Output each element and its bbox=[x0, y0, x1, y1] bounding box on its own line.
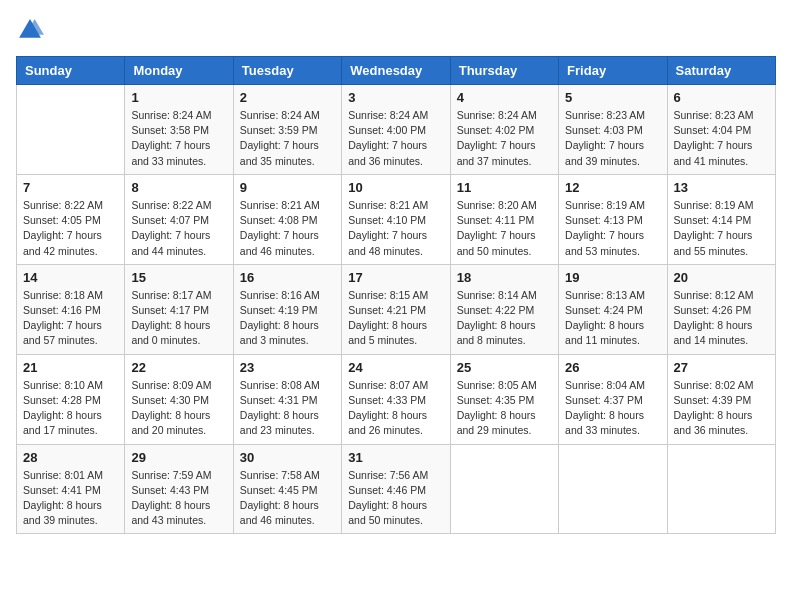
calendar-cell: 16Sunrise: 8:16 AMSunset: 4:19 PMDayligh… bbox=[233, 264, 341, 354]
day-number: 12 bbox=[565, 180, 660, 195]
calendar-cell: 21Sunrise: 8:10 AMSunset: 4:28 PMDayligh… bbox=[17, 354, 125, 444]
day-number: 14 bbox=[23, 270, 118, 285]
page-header bbox=[16, 16, 776, 44]
day-info: Sunrise: 8:05 AMSunset: 4:35 PMDaylight:… bbox=[457, 378, 552, 439]
day-number: 9 bbox=[240, 180, 335, 195]
day-info: Sunrise: 8:19 AMSunset: 4:14 PMDaylight:… bbox=[674, 198, 769, 259]
day-number: 19 bbox=[565, 270, 660, 285]
day-number: 25 bbox=[457, 360, 552, 375]
day-info: Sunrise: 8:24 AMSunset: 4:00 PMDaylight:… bbox=[348, 108, 443, 169]
col-header-monday: Monday bbox=[125, 57, 233, 85]
day-number: 4 bbox=[457, 90, 552, 105]
day-number: 27 bbox=[674, 360, 769, 375]
calendar-cell: 29Sunrise: 7:59 AMSunset: 4:43 PMDayligh… bbox=[125, 444, 233, 534]
logo bbox=[16, 16, 50, 44]
day-info: Sunrise: 8:17 AMSunset: 4:17 PMDaylight:… bbox=[131, 288, 226, 349]
day-info: Sunrise: 8:23 AMSunset: 4:03 PMDaylight:… bbox=[565, 108, 660, 169]
day-number: 13 bbox=[674, 180, 769, 195]
day-info: Sunrise: 8:16 AMSunset: 4:19 PMDaylight:… bbox=[240, 288, 335, 349]
day-number: 18 bbox=[457, 270, 552, 285]
calendar-cell: 5Sunrise: 8:23 AMSunset: 4:03 PMDaylight… bbox=[559, 85, 667, 175]
day-number: 29 bbox=[131, 450, 226, 465]
calendar-cell: 27Sunrise: 8:02 AMSunset: 4:39 PMDayligh… bbox=[667, 354, 775, 444]
calendar-cell: 23Sunrise: 8:08 AMSunset: 4:31 PMDayligh… bbox=[233, 354, 341, 444]
calendar-week-row: 7Sunrise: 8:22 AMSunset: 4:05 PMDaylight… bbox=[17, 174, 776, 264]
day-info: Sunrise: 8:07 AMSunset: 4:33 PMDaylight:… bbox=[348, 378, 443, 439]
day-number: 15 bbox=[131, 270, 226, 285]
calendar-cell: 12Sunrise: 8:19 AMSunset: 4:13 PMDayligh… bbox=[559, 174, 667, 264]
day-number: 30 bbox=[240, 450, 335, 465]
calendar-cell: 13Sunrise: 8:19 AMSunset: 4:14 PMDayligh… bbox=[667, 174, 775, 264]
calendar-cell: 10Sunrise: 8:21 AMSunset: 4:10 PMDayligh… bbox=[342, 174, 450, 264]
day-info: Sunrise: 8:19 AMSunset: 4:13 PMDaylight:… bbox=[565, 198, 660, 259]
day-info: Sunrise: 8:20 AMSunset: 4:11 PMDaylight:… bbox=[457, 198, 552, 259]
calendar-cell: 30Sunrise: 7:58 AMSunset: 4:45 PMDayligh… bbox=[233, 444, 341, 534]
calendar-cell: 26Sunrise: 8:04 AMSunset: 4:37 PMDayligh… bbox=[559, 354, 667, 444]
calendar-cell: 14Sunrise: 8:18 AMSunset: 4:16 PMDayligh… bbox=[17, 264, 125, 354]
col-header-thursday: Thursday bbox=[450, 57, 558, 85]
day-info: Sunrise: 8:14 AMSunset: 4:22 PMDaylight:… bbox=[457, 288, 552, 349]
day-number: 5 bbox=[565, 90, 660, 105]
calendar-cell: 6Sunrise: 8:23 AMSunset: 4:04 PMDaylight… bbox=[667, 85, 775, 175]
calendar-cell: 22Sunrise: 8:09 AMSunset: 4:30 PMDayligh… bbox=[125, 354, 233, 444]
day-number: 24 bbox=[348, 360, 443, 375]
calendar-cell: 18Sunrise: 8:14 AMSunset: 4:22 PMDayligh… bbox=[450, 264, 558, 354]
calendar-cell bbox=[450, 444, 558, 534]
calendar-cell: 24Sunrise: 8:07 AMSunset: 4:33 PMDayligh… bbox=[342, 354, 450, 444]
day-info: Sunrise: 8:22 AMSunset: 4:07 PMDaylight:… bbox=[131, 198, 226, 259]
calendar-cell: 25Sunrise: 8:05 AMSunset: 4:35 PMDayligh… bbox=[450, 354, 558, 444]
calendar-week-row: 28Sunrise: 8:01 AMSunset: 4:41 PMDayligh… bbox=[17, 444, 776, 534]
day-info: Sunrise: 7:59 AMSunset: 4:43 PMDaylight:… bbox=[131, 468, 226, 529]
calendar-cell: 4Sunrise: 8:24 AMSunset: 4:02 PMDaylight… bbox=[450, 85, 558, 175]
day-number: 23 bbox=[240, 360, 335, 375]
day-info: Sunrise: 8:15 AMSunset: 4:21 PMDaylight:… bbox=[348, 288, 443, 349]
day-number: 28 bbox=[23, 450, 118, 465]
day-number: 17 bbox=[348, 270, 443, 285]
day-info: Sunrise: 8:24 AMSunset: 3:58 PMDaylight:… bbox=[131, 108, 226, 169]
day-info: Sunrise: 8:10 AMSunset: 4:28 PMDaylight:… bbox=[23, 378, 118, 439]
day-number: 21 bbox=[23, 360, 118, 375]
calendar-week-row: 1Sunrise: 8:24 AMSunset: 3:58 PMDaylight… bbox=[17, 85, 776, 175]
day-info: Sunrise: 8:18 AMSunset: 4:16 PMDaylight:… bbox=[23, 288, 118, 349]
day-info: Sunrise: 8:12 AMSunset: 4:26 PMDaylight:… bbox=[674, 288, 769, 349]
calendar-cell: 7Sunrise: 8:22 AMSunset: 4:05 PMDaylight… bbox=[17, 174, 125, 264]
day-info: Sunrise: 8:13 AMSunset: 4:24 PMDaylight:… bbox=[565, 288, 660, 349]
day-number: 11 bbox=[457, 180, 552, 195]
day-info: Sunrise: 8:01 AMSunset: 4:41 PMDaylight:… bbox=[23, 468, 118, 529]
day-number: 8 bbox=[131, 180, 226, 195]
day-number: 2 bbox=[240, 90, 335, 105]
day-info: Sunrise: 8:23 AMSunset: 4:04 PMDaylight:… bbox=[674, 108, 769, 169]
day-number: 26 bbox=[565, 360, 660, 375]
calendar-cell: 2Sunrise: 8:24 AMSunset: 3:59 PMDaylight… bbox=[233, 85, 341, 175]
day-number: 6 bbox=[674, 90, 769, 105]
col-header-saturday: Saturday bbox=[667, 57, 775, 85]
calendar-cell bbox=[17, 85, 125, 175]
day-info: Sunrise: 8:09 AMSunset: 4:30 PMDaylight:… bbox=[131, 378, 226, 439]
calendar-cell bbox=[559, 444, 667, 534]
calendar-cell bbox=[667, 444, 775, 534]
day-info: Sunrise: 8:21 AMSunset: 4:08 PMDaylight:… bbox=[240, 198, 335, 259]
calendar-cell: 11Sunrise: 8:20 AMSunset: 4:11 PMDayligh… bbox=[450, 174, 558, 264]
logo-icon bbox=[16, 16, 44, 44]
day-info: Sunrise: 8:02 AMSunset: 4:39 PMDaylight:… bbox=[674, 378, 769, 439]
calendar-week-row: 21Sunrise: 8:10 AMSunset: 4:28 PMDayligh… bbox=[17, 354, 776, 444]
calendar-cell: 17Sunrise: 8:15 AMSunset: 4:21 PMDayligh… bbox=[342, 264, 450, 354]
calendar-header-row: SundayMondayTuesdayWednesdayThursdayFrid… bbox=[17, 57, 776, 85]
day-info: Sunrise: 7:58 AMSunset: 4:45 PMDaylight:… bbox=[240, 468, 335, 529]
day-number: 1 bbox=[131, 90, 226, 105]
col-header-tuesday: Tuesday bbox=[233, 57, 341, 85]
col-header-friday: Friday bbox=[559, 57, 667, 85]
day-info: Sunrise: 8:08 AMSunset: 4:31 PMDaylight:… bbox=[240, 378, 335, 439]
calendar-cell: 20Sunrise: 8:12 AMSunset: 4:26 PMDayligh… bbox=[667, 264, 775, 354]
day-info: Sunrise: 7:56 AMSunset: 4:46 PMDaylight:… bbox=[348, 468, 443, 529]
day-info: Sunrise: 8:04 AMSunset: 4:37 PMDaylight:… bbox=[565, 378, 660, 439]
calendar-cell: 9Sunrise: 8:21 AMSunset: 4:08 PMDaylight… bbox=[233, 174, 341, 264]
day-number: 20 bbox=[674, 270, 769, 285]
calendar-cell: 31Sunrise: 7:56 AMSunset: 4:46 PMDayligh… bbox=[342, 444, 450, 534]
day-number: 3 bbox=[348, 90, 443, 105]
calendar-cell: 1Sunrise: 8:24 AMSunset: 3:58 PMDaylight… bbox=[125, 85, 233, 175]
day-number: 31 bbox=[348, 450, 443, 465]
day-number: 22 bbox=[131, 360, 226, 375]
day-info: Sunrise: 8:24 AMSunset: 4:02 PMDaylight:… bbox=[457, 108, 552, 169]
calendar-cell: 8Sunrise: 8:22 AMSunset: 4:07 PMDaylight… bbox=[125, 174, 233, 264]
